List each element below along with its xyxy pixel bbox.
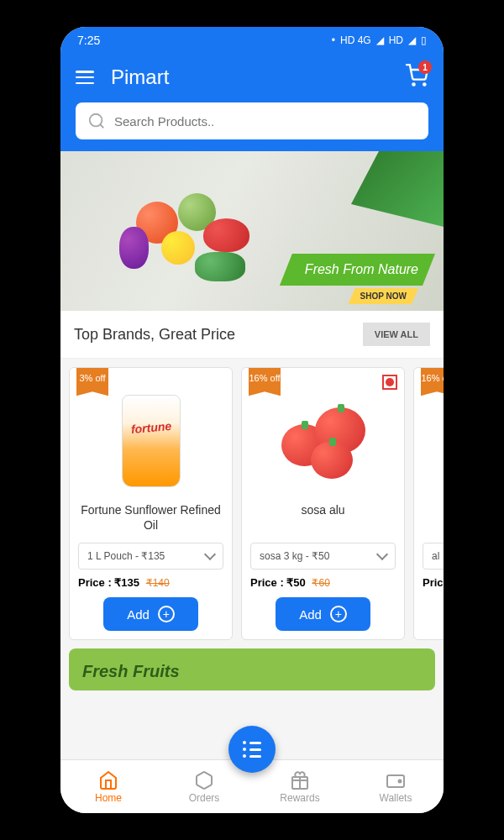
search-icon — [87, 112, 106, 130]
home-icon — [98, 770, 118, 790]
price-current: ₹135 — [114, 576, 139, 589]
price-current: ₹50 — [286, 576, 305, 589]
nav-label: Rewards — [280, 792, 319, 804]
fresh-fruits-title: Fresh Fruits — [82, 662, 422, 681]
price-row: Price : ₹50 ₹60 — [250, 576, 396, 589]
product-card[interactable]: 3% off fortune Fortune Sunflower Refined… — [69, 367, 233, 640]
app-header: Pimart 1 — [60, 54, 444, 151]
orders-icon — [194, 770, 214, 790]
nav-wallets[interactable]: Wallets — [348, 760, 444, 813]
nav-rewards[interactable]: Rewards — [252, 760, 348, 813]
fab-list-button[interactable] — [228, 726, 276, 773]
svg-point-0 — [412, 83, 414, 85]
banner-tag-text: Fresh From Nature — [305, 262, 418, 277]
section-title: Top Brands, Great Price — [74, 326, 235, 344]
shop-now-button[interactable]: SHOP NOW — [349, 288, 418, 304]
header-top: Pimart 1 — [76, 64, 428, 91]
produce-image — [102, 168, 287, 294]
banner-leaf-decoration — [351, 151, 444, 227]
wallet-icon — [386, 770, 406, 790]
view-all-button[interactable]: VIEW ALL — [363, 323, 430, 346]
status-bar: 7:25 • HD 4G ◢ HD ◢ ▯ — [60, 27, 444, 54]
price-row: Price : ₹135 ₹140 — [78, 576, 223, 589]
nav-label: Orders — [189, 792, 220, 804]
add-label: Add — [127, 607, 150, 622]
nav-label: Home — [95, 792, 122, 804]
network-indicator-2: HD — [389, 34, 403, 46]
status-indicators: • HD 4G ◢ HD ◢ ▯ — [332, 34, 427, 46]
price-row: Pric — [423, 576, 444, 589]
status-time: 7:25 — [77, 34, 100, 47]
price-label: Pric — [423, 576, 444, 589]
search-input[interactable] — [114, 114, 417, 129]
plus-icon: + — [330, 606, 347, 622]
price-old: ₹60 — [312, 577, 329, 589]
plus-icon: + — [158, 606, 175, 622]
header-left: Pimart — [76, 66, 169, 89]
search-bar[interactable] — [76, 102, 428, 139]
network-indicator: HD 4G — [340, 34, 371, 46]
variant-selector[interactable]: 1 L Pouch - ₹135 — [78, 543, 223, 570]
phone-screen: 7:25 • HD 4G ◢ HD ◢ ▯ Pimart — [60, 27, 444, 813]
svg-line-3 — [100, 124, 103, 128]
banner-tag: Fresh From Nature — [280, 254, 435, 286]
signal-icon-2: ◢ — [408, 34, 416, 46]
add-button[interactable]: Add + — [103, 597, 197, 631]
signal-icon: ◢ — [376, 34, 384, 46]
content-scroll[interactable]: Fresh From Nature SHOP NOW Top Brands, G… — [60, 151, 444, 759]
variant-label: al — [432, 550, 439, 562]
svg-point-6 — [399, 780, 402, 782]
products-row[interactable]: 3% off fortune Fortune Sunflower Refined… — [60, 359, 444, 648]
product-card[interactable]: 16% off sosa alu sosa 3 kg - ₹50 — [241, 367, 405, 640]
variant-selector[interactable]: sosa 3 kg - ₹50 — [250, 543, 396, 570]
list-icon — [243, 741, 261, 758]
cart-badge: 1 — [418, 60, 432, 74]
add-button[interactable]: Add + — [276, 597, 370, 631]
price-label: Price : — [250, 576, 286, 589]
battery-icon: ▯ — [421, 34, 427, 46]
discount-ribbon: 16% off — [421, 368, 444, 396]
product-name — [423, 502, 444, 536]
variant-selector[interactable]: al — [423, 543, 444, 570]
product-image — [423, 386, 444, 496]
veg-indicator-icon — [382, 375, 397, 390]
hero-banner[interactable]: Fresh From Nature SHOP NOW — [60, 151, 444, 311]
svg-point-1 — [423, 83, 425, 85]
nav-home[interactable]: Home — [60, 760, 156, 813]
nav-label: Wallets — [380, 792, 412, 804]
price-label: Price : — [78, 576, 114, 589]
section-header: Top Brands, Great Price VIEW ALL — [60, 311, 444, 359]
price-old: ₹140 — [146, 577, 170, 589]
add-label: Add — [299, 607, 322, 622]
product-image — [250, 386, 396, 496]
variant-label: sosa 3 kg - ₹50 — [260, 550, 329, 562]
cart-button[interactable]: 1 — [405, 64, 428, 91]
chevron-down-icon — [204, 549, 216, 560]
app-title: Pimart — [111, 66, 169, 89]
variant-label: 1 L Pouch - ₹135 — [87, 550, 165, 562]
product-name: sosa alu — [250, 502, 396, 536]
rewards-icon — [290, 770, 310, 790]
phone-frame: 7:25 • HD 4G ◢ HD ◢ ▯ Pimart — [50, 17, 454, 823]
product-card[interactable]: 16% off al Pric — [413, 367, 444, 640]
chevron-down-icon — [376, 549, 388, 560]
svg-point-2 — [90, 114, 102, 127]
product-image: fortune — [78, 386, 223, 496]
product-name: Fortune Sunflower Refined Oil — [78, 502, 223, 536]
fresh-fruits-banner[interactable]: Fresh Fruits — [69, 648, 435, 690]
menu-icon[interactable] — [76, 71, 94, 84]
